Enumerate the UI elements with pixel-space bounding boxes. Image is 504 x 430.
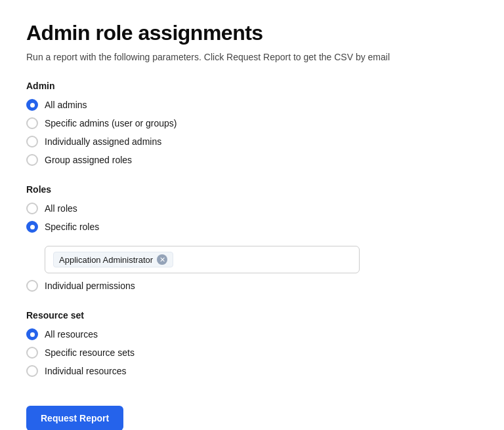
resource-set-radio-group: All resources Specific resource sets Ind… xyxy=(26,328,478,377)
radio-individual-permissions xyxy=(26,280,38,292)
individually-assigned-label: Individually assigned admins xyxy=(45,136,161,147)
resource-set-section-label: Resource set xyxy=(26,310,478,321)
roles-option-individual-permissions[interactable]: Individual permissions xyxy=(26,280,478,292)
group-assigned-label: Group assigned roles xyxy=(45,155,132,165)
all-admins-label: All admins xyxy=(45,100,87,110)
roles-tag-input[interactable]: Application Administrator ✕ xyxy=(45,246,360,273)
specific-admins-label: Specific admins (user or groups) xyxy=(45,118,177,128)
admin-option-individually-assigned[interactable]: Individually assigned admins xyxy=(26,136,478,147)
admin-radio-group: All admins Specific admins (user or grou… xyxy=(26,99,478,166)
radio-specific-roles xyxy=(26,221,38,233)
roles-option-all-roles[interactable]: All roles xyxy=(26,203,478,214)
all-roles-label: All roles xyxy=(45,203,77,214)
radio-specific-resource-sets xyxy=(26,347,38,359)
page-title: Admin role assignments xyxy=(26,21,478,45)
roles-option-specific-roles[interactable]: Specific roles xyxy=(26,221,478,233)
tag-remove-button[interactable]: ✕ xyxy=(157,254,167,265)
radio-inner-specific-roles xyxy=(30,225,35,229)
roles-section: Roles All roles Specific roles Applicati… xyxy=(26,184,478,292)
request-report-button[interactable]: Request Report xyxy=(26,406,123,430)
all-resources-label: All resources xyxy=(45,329,98,340)
admin-option-all-admins[interactable]: All admins xyxy=(26,99,478,111)
radio-inner-all-admins xyxy=(30,103,35,108)
radio-all-roles xyxy=(26,203,38,214)
resource-option-all-resources[interactable]: All resources xyxy=(26,328,478,340)
tag-label: Application Administrator xyxy=(59,255,153,265)
application-administrator-tag: Application Administrator ✕ xyxy=(53,252,173,267)
roles-section-label: Roles xyxy=(26,184,478,195)
radio-group-assigned xyxy=(26,154,38,166)
admin-section-label: Admin xyxy=(26,81,478,91)
radio-all-admins xyxy=(26,99,38,111)
resource-set-section: Resource set All resources Specific reso… xyxy=(26,310,478,377)
resource-option-specific-sets[interactable]: Specific resource sets xyxy=(26,347,478,359)
page-description: Run a report with the following paramete… xyxy=(26,52,478,62)
radio-all-resources xyxy=(26,328,38,340)
individual-resources-label: Individual resources xyxy=(45,366,127,376)
resource-option-individual[interactable]: Individual resources xyxy=(26,365,478,377)
individual-permissions-label: Individual permissions xyxy=(45,281,135,291)
admin-section: Admin All admins Specific admins (user o… xyxy=(26,81,478,166)
specific-roles-label: Specific roles xyxy=(45,222,99,232)
admin-option-group-assigned[interactable]: Group assigned roles xyxy=(26,154,478,166)
radio-individual-resources xyxy=(26,365,38,377)
roles-radio-group: All roles Specific roles Application Adm… xyxy=(26,203,478,292)
admin-option-specific-admins[interactable]: Specific admins (user or groups) xyxy=(26,117,478,129)
radio-specific-admins xyxy=(26,117,38,129)
radio-individually-assigned xyxy=(26,136,38,147)
radio-inner-all-resources xyxy=(30,332,35,337)
specific-resource-sets-label: Specific resource sets xyxy=(45,347,135,358)
